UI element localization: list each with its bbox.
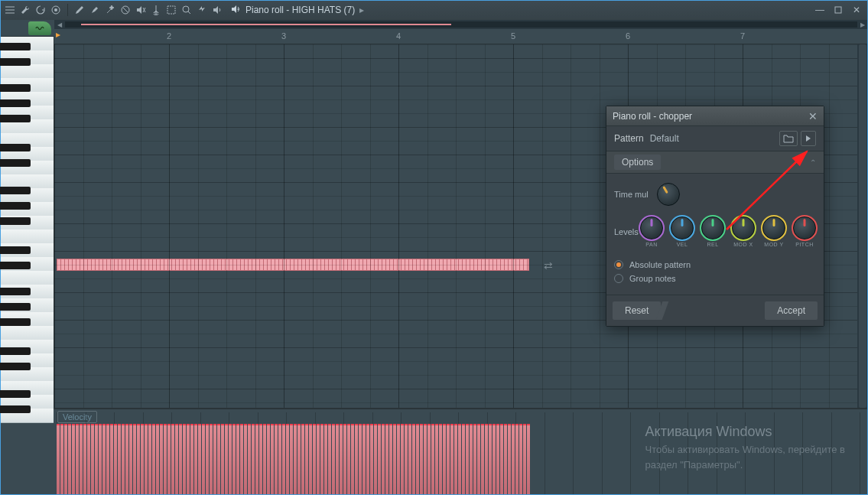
velocity-bar[interactable]: [508, 424, 511, 494]
time-mul-knob[interactable]: [657, 183, 680, 206]
velocity-bar[interactable]: [167, 424, 171, 494]
velocity-bar[interactable]: [102, 424, 106, 494]
velocity-bar[interactable]: [152, 424, 155, 494]
velocity-bar[interactable]: [129, 424, 132, 494]
velocity-bar[interactable]: [343, 424, 346, 494]
dialog-close-button[interactable]: ✕: [808, 110, 818, 122]
velocity-bar[interactable]: [80, 424, 83, 494]
velocity-bar[interactable]: [252, 424, 255, 494]
dialog-header[interactable]: Piano roll - chopper ✕: [606, 106, 824, 126]
velocity-bar[interactable]: [332, 424, 335, 494]
velocity-bar[interactable]: [405, 424, 408, 494]
velocity-bar[interactable]: [202, 424, 205, 494]
velocity-bar[interactable]: [110, 424, 113, 494]
velocity-bar[interactable]: [76, 424, 79, 494]
wand-icon[interactable]: [103, 3, 117, 17]
velocity-bar[interactable]: [125, 424, 128, 494]
pencil-icon[interactable]: [73, 3, 86, 17]
options-tab[interactable]: Options: [614, 155, 661, 170]
velocity-bar[interactable]: [187, 424, 190, 494]
velocity-bar[interactable]: [263, 424, 266, 494]
velocity-bar[interactable]: [133, 424, 136, 494]
velocity-bar[interactable]: [470, 424, 473, 494]
velocity-bar[interactable]: [106, 424, 109, 494]
pattern-value[interactable]: Default: [650, 133, 679, 144]
velocity-bar[interactable]: [213, 424, 216, 494]
velocity-bar[interactable]: [137, 424, 140, 494]
velocity-bar[interactable]: [385, 424, 388, 494]
velocity-bar[interactable]: [519, 424, 522, 494]
group-notes-radio[interactable]: Group notes: [614, 272, 816, 285]
level-knob-pan[interactable]: PAN: [640, 217, 663, 247]
record-icon[interactable]: [49, 3, 63, 17]
velocity-bar[interactable]: [297, 424, 301, 494]
velocity-bar[interactable]: [523, 424, 526, 494]
velocity-bar[interactable]: [378, 424, 381, 494]
velocity-bar[interactable]: [91, 424, 94, 494]
velocity-bar[interactable]: [401, 424, 404, 494]
wrench-icon[interactable]: [18, 3, 32, 17]
velocity-bar[interactable]: [351, 424, 354, 494]
velocity-bar[interactable]: [370, 424, 373, 494]
velocity-bar[interactable]: [255, 424, 258, 494]
minimize-button[interactable]: —: [811, 3, 828, 17]
cut-icon[interactable]: [149, 3, 163, 17]
velocity-bar[interactable]: [443, 424, 446, 494]
velocity-bar[interactable]: [374, 424, 377, 494]
scroll-left-button[interactable]: ◀: [54, 20, 65, 29]
velocity-bar[interactable]: [282, 424, 285, 494]
velocity-bar[interactable]: [60, 424, 63, 494]
play-icon[interactable]: [195, 3, 209, 17]
velocity-bar[interactable]: [175, 424, 178, 494]
velocity-bar[interactable]: [515, 424, 519, 494]
velocity-bar[interactable]: [317, 424, 320, 494]
accept-button[interactable]: Accept: [765, 301, 818, 320]
velocity-bar[interactable]: [359, 424, 362, 494]
velocity-bar[interactable]: [267, 424, 270, 494]
velocity-bar[interactable]: [458, 424, 461, 494]
velocity-bar[interactable]: [527, 424, 530, 494]
velocity-bar[interactable]: [259, 424, 262, 494]
velocity-bar[interactable]: [244, 424, 247, 494]
folder-button[interactable]: [779, 131, 798, 146]
velocity-bar[interactable]: [435, 424, 438, 494]
play-marker-icon[interactable]: ▸: [56, 29, 60, 40]
velocity-bar[interactable]: [489, 424, 492, 494]
velocity-bar[interactable]: [485, 424, 488, 494]
zoom-icon[interactable]: [180, 3, 193, 17]
velocity-bar[interactable]: [290, 424, 293, 494]
velocity-bar[interactable]: [141, 424, 144, 494]
options-header[interactable]: Options ⌃: [606, 151, 824, 174]
velocity-bar[interactable]: [340, 424, 343, 494]
velocity-bar[interactable]: [389, 424, 392, 494]
radio-off-icon[interactable]: [614, 274, 623, 283]
velocity-bar[interactable]: [248, 424, 251, 494]
velocity-bar[interactable]: [87, 424, 90, 494]
velocity-bar[interactable]: [431, 424, 434, 494]
velocity-bar[interactable]: [427, 424, 431, 494]
velocity-bar[interactable]: [183, 424, 186, 494]
velocity-bar[interactable]: [462, 424, 465, 494]
velocity-bar[interactable]: [504, 424, 507, 494]
velocity-bar[interactable]: [164, 424, 167, 494]
brush-icon[interactable]: [88, 3, 102, 17]
velocity-bar[interactable]: [294, 424, 297, 494]
velocity-bar[interactable]: [473, 424, 476, 494]
velocity-bar[interactable]: [236, 424, 239, 494]
menu-icon[interactable]: [3, 3, 17, 17]
velocity-bar[interactable]: [194, 424, 197, 494]
absolute-pattern-radio[interactable]: Absolute pattern: [614, 258, 816, 272]
level-knob-mod-y[interactable]: MOD Y: [762, 217, 785, 247]
velocity-bar[interactable]: [95, 424, 98, 494]
velocity-grid[interactable]: Velocity: [54, 409, 868, 494]
velocity-bar[interactable]: [122, 424, 125, 494]
velocity-bar[interactable]: [275, 424, 278, 494]
radio-on-icon[interactable]: [614, 260, 623, 269]
velocity-bar[interactable]: [477, 424, 480, 494]
close-button[interactable]: ✕: [848, 3, 865, 17]
velocity-bar[interactable]: [83, 424, 86, 494]
velocity-bar[interactable]: [114, 424, 117, 494]
channel-speaker-icon[interactable]: [230, 4, 241, 17]
velocity-bar[interactable]: [286, 424, 289, 494]
velocity-bar[interactable]: [179, 424, 182, 494]
